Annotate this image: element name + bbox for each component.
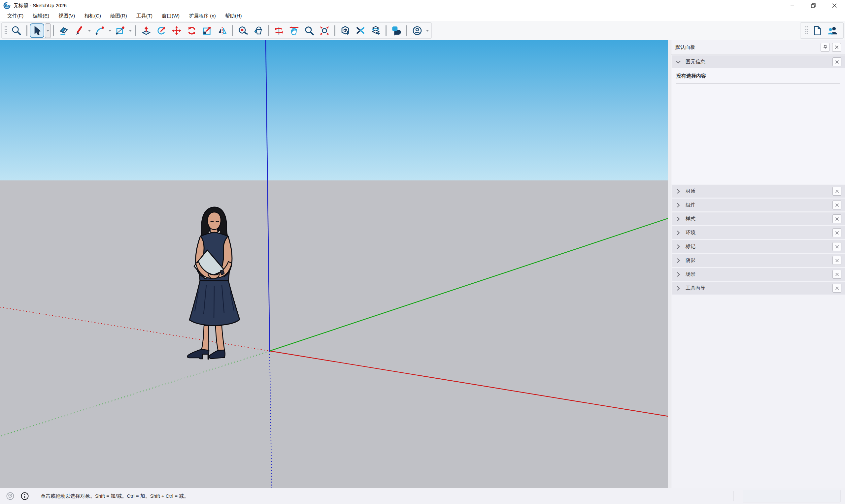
menu-help[interactable]: 帮助(H) (221, 12, 247, 20)
new-document-button[interactable] (810, 23, 825, 38)
sky (0, 40, 668, 180)
close-icon (835, 231, 839, 235)
orbit-tool-button[interactable] (271, 23, 286, 38)
panel-header: 默认面板 (671, 40, 845, 54)
toolbar-separator (268, 25, 269, 36)
section-materials[interactable]: 材质 (672, 185, 845, 198)
section-label: 环境 (686, 230, 830, 236)
account-button[interactable] (410, 23, 425, 38)
close-icon (835, 45, 839, 49)
move-tool-button[interactable] (169, 23, 184, 38)
measurement-input[interactable] (743, 490, 840, 502)
push-pull-tool-button[interactable] (139, 23, 154, 38)
statusbar-separator (733, 491, 734, 501)
menu-view[interactable]: 视图(V) (54, 12, 80, 20)
select-tool-button[interactable] (30, 23, 44, 38)
section-close-button[interactable] (832, 256, 841, 265)
panel-close-button[interactable] (832, 43, 841, 52)
flip-tool-button[interactable] (214, 23, 230, 38)
section-shadows[interactable]: 阴影 (672, 254, 845, 267)
section-label: 材质 (686, 188, 830, 194)
line-tool-dropdown[interactable] (87, 23, 92, 38)
arc-tool-button[interactable] (92, 23, 107, 38)
menu-window[interactable]: 窗口(W) (157, 12, 184, 20)
menu-file[interactable]: 文件(F) (3, 12, 28, 20)
zoom-tool-button[interactable] (302, 23, 317, 38)
info-icon[interactable] (20, 492, 29, 500)
paint-bucket-icon (253, 25, 263, 36)
eraser-tool-button[interactable] (56, 23, 72, 38)
modeling-viewport[interactable] (0, 40, 668, 488)
toolbar-separator (232, 25, 233, 36)
tape-measure-tool-button[interactable] (235, 23, 250, 38)
menu-extensions[interactable]: 扩展程序 (x) (184, 12, 221, 20)
pan-tool-button[interactable] (286, 23, 302, 38)
panel-pin-button[interactable] (821, 43, 829, 52)
no-selection-message: 没有选择内容 (676, 73, 840, 79)
restore-icon (811, 3, 816, 8)
close-icon (835, 258, 839, 263)
section-tags[interactable]: 标记 (672, 240, 845, 253)
section-close-button[interactable] (832, 214, 841, 223)
rotate-tool-button[interactable] (184, 23, 199, 38)
3d-warehouse-icon (340, 25, 351, 36)
section-close-button[interactable] (832, 200, 841, 210)
close-button[interactable] (824, 0, 845, 11)
default-tray-panel: 默认面板 图元信息 没有选择内容 (671, 40, 845, 488)
toolbar (0, 21, 845, 40)
search-icon (11, 25, 22, 36)
chevron-right-icon (675, 202, 682, 209)
zoom-extents-tool-button[interactable] (317, 23, 332, 38)
section-label: 组件 (686, 202, 830, 208)
toolbar-grip-handle[interactable] (4, 25, 8, 36)
section-close-button[interactable] (832, 284, 841, 292)
section-entity-info[interactable]: 图元信息 (672, 55, 845, 68)
section-close-button[interactable] (832, 242, 841, 251)
section-instructor[interactable]: 工具向导 (672, 282, 845, 294)
paint-bucket-tool-button[interactable] (250, 23, 266, 38)
rectangle-tool-button[interactable] (112, 23, 128, 38)
chat-button[interactable] (389, 23, 404, 38)
pan-icon (289, 25, 299, 36)
follow-me-tool-button[interactable] (154, 23, 169, 38)
status-bar: 单击或拖动以选择对象。Shift = 加/减。Ctrl = 加。Shift + … (0, 488, 845, 504)
section-scenes[interactable]: 场景 (672, 268, 845, 281)
line-tool-button[interactable] (72, 23, 87, 38)
geolocation-icon[interactable] (6, 492, 15, 500)
menu-tools[interactable]: 工具(T) (132, 12, 157, 20)
chevron-down-icon (108, 30, 111, 32)
panel-splitter[interactable] (668, 40, 671, 488)
section-label: 标记 (686, 244, 830, 250)
send-to-layout-button[interactable] (368, 23, 383, 38)
restore-button[interactable] (803, 0, 824, 11)
divider (676, 84, 840, 84)
section-environment[interactable]: 环境 (672, 226, 845, 239)
search-tool-button[interactable] (9, 23, 24, 38)
chevron-down-icon (129, 30, 132, 32)
menu-draw[interactable]: 绘图(R) (106, 12, 132, 20)
section-styles[interactable]: 样式 (672, 212, 845, 225)
arc-tool-dropdown[interactable] (107, 23, 112, 38)
section-close-button[interactable] (832, 270, 841, 279)
collaboration-button[interactable] (825, 23, 840, 38)
figure-face (208, 212, 221, 230)
toolbar-grip-handle[interactable] (805, 25, 809, 36)
rectangle-tool-dropdown[interactable] (128, 23, 133, 38)
scale-tool-button[interactable] (199, 23, 214, 38)
select-tool-dropdown[interactable] (45, 23, 51, 38)
menu-camera[interactable]: 相机(C) (80, 12, 106, 20)
chevron-down-icon (46, 30, 50, 32)
section-close-button[interactable] (832, 228, 841, 237)
extension-warehouse-button[interactable] (353, 23, 368, 38)
menu-edit[interactable]: 编辑(E) (28, 12, 54, 20)
arc-icon (94, 25, 105, 36)
minimize-button[interactable] (781, 0, 803, 11)
account-dropdown[interactable] (425, 23, 430, 38)
orbit-icon (274, 25, 284, 36)
chevron-right-icon (675, 216, 682, 222)
statusbar-separator (35, 491, 35, 501)
section-close-button[interactable] (832, 187, 841, 196)
3d-warehouse-button[interactable] (338, 23, 353, 38)
section-close-button[interactable] (832, 57, 841, 66)
section-components[interactable]: 组件 (672, 199, 845, 212)
